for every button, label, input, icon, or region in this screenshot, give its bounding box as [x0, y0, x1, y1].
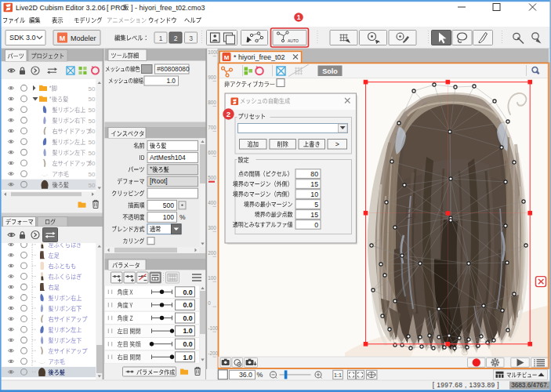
svg-text:800: 800 [208, 100, 216, 105]
svg-text:50: 50 [89, 160, 96, 167]
svg-text:#80808080: #80808080 [157, 65, 190, 73]
svg-text:[Root]: [Root] [150, 177, 168, 185]
svg-text:50: 50 [89, 96, 96, 103]
svg-text:50: 50 [89, 128, 96, 135]
svg-text:] - hiyori_free_t02.cmo3: ] - hiyori_free_t02.cmo3 [131, 4, 205, 12]
svg-text:0.0: 0.0 [183, 340, 192, 348]
svg-text:M: M [224, 54, 230, 61]
svg-text:400: 400 [208, 200, 216, 205]
svg-text:2: 2 [227, 110, 230, 118]
svg-text:3: 3 [189, 34, 193, 42]
svg-text:50: 50 [89, 107, 96, 114]
svg-text:15: 15 [310, 180, 318, 188]
svg-text:1.0: 1.0 [166, 77, 176, 85]
svg-text:0: 0 [208, 300, 211, 306]
svg-text:50: 50 [89, 85, 96, 93]
svg-text:10: 10 [310, 191, 318, 198]
svg-text:15: 15 [310, 211, 318, 219]
svg-text:-200: -200 [208, 350, 218, 356]
svg-text:[ 1997.68 , 1393.89 ]: [ 1997.68 , 1393.89 ] [433, 381, 499, 389]
svg-text:%: % [179, 213, 186, 221]
svg-text:Modeler: Modeler [71, 34, 96, 42]
svg-text:900: 900 [208, 74, 216, 80]
svg-text:300: 300 [208, 225, 216, 230]
svg-text:50: 50 [89, 139, 96, 146]
svg-text:2: 2 [174, 34, 178, 42]
svg-text:M: M [60, 34, 66, 42]
svg-text:200: 200 [208, 250, 216, 256]
svg-text:600: 600 [208, 150, 216, 155]
svg-text:50: 50 [89, 118, 96, 125]
svg-text:Solo: Solo [322, 67, 338, 75]
svg-text:1.0: 1.0 [183, 327, 192, 335]
svg-text:100: 100 [163, 213, 174, 221]
svg-text:1:1: 1:1 [334, 372, 342, 379]
svg-text:SDK 3.0: SDK 3.0 [9, 34, 36, 42]
svg-text:* hiyori_free_t02: * hiyori_free_t02 [234, 53, 285, 61]
svg-text:0.0: 0.0 [183, 314, 192, 322]
svg-text:100: 100 [208, 275, 216, 281]
svg-text:500: 500 [208, 175, 216, 180]
svg-text:>: > [335, 140, 339, 148]
svg-text:%: % [257, 371, 263, 379]
svg-text:0.0: 0.0 [183, 289, 192, 296]
svg-text:700: 700 [208, 125, 216, 130]
svg-text:Live2D Cubism Editor 3.2.06: Live2D Cubism Editor 3.2.06 [16, 4, 106, 12]
svg-text:50: 50 [89, 150, 96, 157]
svg-text:50: 50 [89, 182, 96, 189]
svg-text:0: 0 [314, 221, 318, 229]
svg-text:1: 1 [297, 13, 301, 21]
svg-text:3683.6/4767.: 3683.6/4767. [511, 382, 549, 389]
svg-text:0.0: 0.0 [183, 301, 192, 309]
svg-text:AUTO: AUTO [288, 38, 299, 43]
svg-text:ArtMesh104: ArtMesh104 [150, 154, 186, 162]
svg-text:50: 50 [89, 171, 96, 178]
svg-text:1: 1 [159, 34, 163, 42]
svg-text:[ PRO: [ PRO [107, 4, 126, 12]
svg-text:36.0: 36.0 [239, 371, 252, 379]
svg-text:5: 5 [314, 201, 318, 209]
svg-text:1.0: 1.0 [183, 354, 192, 361]
svg-text:80: 80 [310, 170, 318, 178]
svg-text:500: 500 [163, 201, 174, 209]
svg-text:-100: -100 [208, 325, 218, 331]
